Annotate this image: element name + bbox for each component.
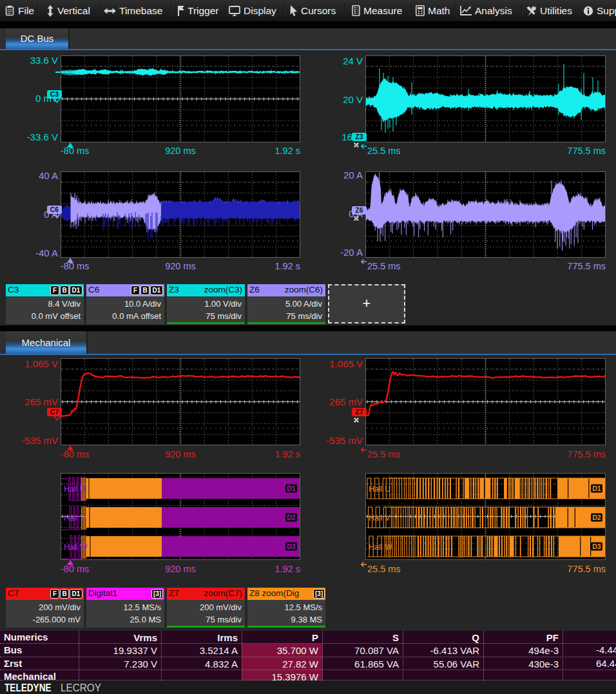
svg-text:Hall W: Hall W <box>369 543 392 552</box>
svg-text:D1: D1 <box>592 485 601 492</box>
svg-text:D2: D2 <box>287 514 296 521</box>
svg-text:Hall U: Hall U <box>64 485 86 494</box>
svg-text:Hall V: Hall V <box>64 514 86 523</box>
svg-text:D1: D1 <box>287 485 296 492</box>
svg-text:Hall V: Hall V <box>369 514 390 523</box>
svg-text:Hall W: Hall W <box>64 543 88 552</box>
svg-text:D3: D3 <box>592 543 601 550</box>
svg-text:Hall U: Hall U <box>369 485 390 494</box>
svg-text:D3: D3 <box>287 543 296 550</box>
svg-text:D2: D2 <box>592 514 601 521</box>
